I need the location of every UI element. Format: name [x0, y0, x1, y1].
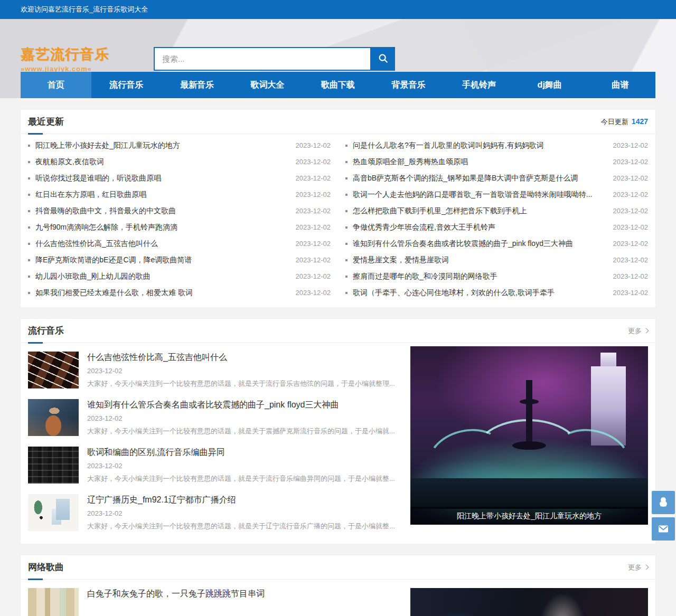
featured-image-dark-stage[interactable]: [410, 588, 648, 616]
article-link[interactable]: 问是什么儿歌名?有一首儿歌里的歌词叫妈妈有,有妈妈歌词: [353, 141, 604, 150]
search-bar: [154, 47, 395, 71]
search-button[interactable]: [371, 47, 395, 71]
qq-icon: [657, 496, 670, 509]
logo-title: 嘉艺流行音乐: [21, 45, 133, 64]
recent-updates-card: 最近更新 今日更新1427 阳江晚上带小孩好去处_阳江儿童玩水的地方2023-1…: [21, 110, 655, 307]
article-item: 谁知到有什么管乐合奏名曲或者比较震撼的曲子_pink floyd三大神曲 202…: [28, 394, 404, 441]
recent-updates-list: 阳江晚上带小孩好去处_阳江儿童玩水的地方2023-12-02 夜航船原文,夜信歌…: [21, 134, 655, 307]
qq-contact-button[interactable]: [652, 491, 675, 514]
bullet-icon: [28, 243, 30, 245]
article-title[interactable]: 辽宁广播历史_fm92.1辽宁都市广播介绍: [87, 495, 404, 506]
article-date: 2023-12-02: [296, 240, 331, 248]
bullet-icon: [345, 226, 348, 229]
article-link[interactable]: 热血颂原唱全部_殷秀梅热血颂原唱: [353, 157, 604, 167]
article-thumbnail-mixer[interactable]: [28, 447, 79, 484]
nav-item-lyrics[interactable]: 歌词大全: [232, 72, 303, 98]
net-article-list: 白兔子和灰兔子的歌，一只兔子跳跳跳节目串词: [28, 583, 404, 616]
article-date: 2023-12-02: [613, 240, 649, 248]
list-item: 幼儿园小班歌曲_刚上幼儿园的歌曲2023-12-02: [28, 268, 331, 285]
list-item: 夜航船原文,夜信歌词2023-12-02: [28, 154, 331, 170]
today-update-counter: 今日更新1427: [601, 117, 648, 127]
article-title[interactable]: 歌词和编曲的区别,流行音乐编曲异同: [87, 447, 404, 458]
article-link[interactable]: 谁知到有什么管乐合奏名曲或者比较震撼的曲子_pink floyd三大神曲: [353, 239, 604, 249]
more-label: 更多: [628, 326, 642, 336]
article-link[interactable]: 擦肩而过是哪年的歌_和冷漠同期的网络歌手: [353, 272, 604, 281]
nav-item-dj[interactable]: dj舞曲: [514, 72, 585, 98]
article-excerpt: 大家好，今天小编关注到一个比较有意思的话题，就是关于震撼萨克斯流行音乐的问题，于…: [87, 427, 404, 436]
bullet-icon: [28, 292, 30, 294]
site-logo[interactable]: 嘉艺流行音乐 »www.jiayiyk.com«: [21, 45, 133, 73]
article-link[interactable]: 九号f90m滴滴响怎么解除，手机铃声跑滴滴: [35, 223, 286, 232]
article-link[interactable]: 红日出在东方原唱，红日歌曲原唱: [35, 190, 286, 200]
article-link[interactable]: 夜航船原文,夜信歌词: [35, 157, 286, 167]
list-item: 降E萨克斯吹简谱的bE还是C调，降e调歌曲简谱2023-12-02: [28, 252, 331, 268]
article-link[interactable]: 歌词一个人走去他妈的路口是哪首歌_有一首歌谐音是呦特米闹哇哦呦特...: [353, 190, 604, 200]
nav-item-ringtone[interactable]: 手机铃声: [444, 72, 514, 98]
article-excerpt: 大家好，今天小编关注到一个比较有意思的话题，就是关于流行音乐吉他弦的问题，于是小…: [87, 379, 404, 388]
article-link[interactable]: 怎么样把歌曲下载到手机里_怎样把音乐下载到手机上: [353, 206, 604, 216]
article-thumbnail-guitar[interactable]: [28, 352, 79, 388]
list-item: 歌词一个人走去他妈的路口是哪首歌_有一首歌谐音是呦特米闹哇哦呦特...2023-…: [345, 186, 648, 203]
net-more-link[interactable]: 更多: [628, 563, 648, 572]
article-date: 2023-12-02: [296, 207, 331, 215]
nav-item-home[interactable]: 首页: [21, 72, 91, 98]
article-link[interactable]: 爱情悬崖文案，爱情悬崖歌词: [353, 255, 604, 265]
article-thumbnail-pastel[interactable]: [28, 588, 79, 616]
article-link[interactable]: 歌词（手牵手、心连心同住地球村，刘欢的什么歌,歌词手牵手: [353, 288, 604, 298]
featured-image-fountain[interactable]: 阳江晚上带小孩好去处_阳江儿童玩水的地方: [410, 346, 648, 525]
article-link[interactable]: 阳江晚上带小孩好去处_阳江儿童玩水的地方: [35, 141, 286, 150]
bullet-icon: [345, 276, 348, 278]
article-thumbnail-singer[interactable]: [28, 399, 79, 436]
nav-item-pop-music[interactable]: 流行音乐: [91, 72, 162, 98]
article-link[interactable]: 听说你找过我是谁唱的，听说歌曲原唱: [35, 174, 286, 183]
article-date: 2023-12-02: [87, 462, 404, 470]
network-songs-title: 网络歌曲: [28, 555, 64, 580]
search-icon: [378, 53, 389, 64]
bullet-icon: [345, 210, 348, 212]
main-nav: 首页 流行音乐 最新音乐 歌词大全 歌曲下载 背景音乐 手机铃声 dj舞曲 曲谱: [21, 72, 655, 98]
article-date: 2023-12-02: [296, 191, 331, 198]
article-title[interactable]: 什么吉他弦性价比高_五弦吉他叫什么: [87, 352, 404, 363]
today-update-label: 今日更新: [601, 118, 628, 126]
list-item: 什么吉他弦性价比高_五弦吉他叫什么2023-12-02: [28, 235, 331, 252]
pop-more-link[interactable]: 更多: [628, 326, 648, 336]
article-title[interactable]: 白兔子和灰兔子的歌，一只兔子跳跳跳节目串词: [87, 589, 404, 600]
article-date: 2023-12-02: [296, 158, 331, 166]
bullet-icon: [28, 194, 30, 196]
nav-item-bgm[interactable]: 背景音乐: [373, 72, 444, 98]
pop-article-list: 什么吉他弦性价比高_五弦吉他叫什么 2023-12-02 大家好，今天小编关注到…: [28, 346, 404, 536]
mail-icon: [657, 523, 670, 535]
bullet-icon: [28, 161, 30, 163]
fountain-base: [410, 478, 648, 509]
article-excerpt: 大家好，今天小编关注到一个比较有意思的话题，就是关于辽宁流行音乐广播的问题，于是…: [87, 522, 404, 531]
article-link[interactable]: 什么吉他弦性价比高_五弦吉他叫什么: [35, 239, 286, 249]
article-link[interactable]: 争做优秀青少年班会流程,音效大王手机铃声: [353, 223, 604, 232]
nav-item-sheet-music[interactable]: 曲谱: [585, 72, 656, 98]
chevron-right-icon: [644, 565, 649, 570]
article-link[interactable]: 幼儿园小班歌曲_刚上幼儿园的歌曲: [35, 272, 286, 281]
article-date: 2023-12-02: [613, 207, 649, 215]
article-date: 2023-12-02: [613, 256, 649, 264]
recent-list-right: 问是什么儿歌名?有一首儿歌里的歌词叫妈妈有,有妈妈歌词2023-12-02 热血…: [338, 137, 655, 301]
today-update-count: 1427: [632, 117, 648, 126]
list-item: 高音bB萨克斯各个调的指法_钢琴如果是降B大调中音萨克斯是什么调2023-12-…: [345, 170, 648, 186]
article-excerpt: 大家好，今天小编关注到一个比较有意思的话题，就是关于流行音乐编曲异同的问题，于是…: [87, 474, 404, 484]
mail-contact-button[interactable]: [652, 517, 675, 541]
article-link[interactable]: 高音bB萨克斯各个调的指法_钢琴如果是降B大调中音萨克斯是什么调: [353, 174, 604, 183]
nav-item-new-music[interactable]: 最新音乐: [162, 72, 232, 98]
list-item: 抖音最嗨的歌曲中文，抖音最火的中文歌曲2023-12-02: [28, 203, 331, 219]
floating-side-widgets: [652, 491, 675, 544]
article-date: 2023-12-02: [87, 414, 404, 422]
article-link[interactable]: 抖音最嗨的歌曲中文，抖音最火的中文歌曲: [35, 206, 286, 216]
search-input[interactable]: [154, 47, 371, 71]
article-title[interactable]: 谁知到有什么管乐合奏名曲或者比较震撼的曲子_pink floyd三大神曲: [87, 400, 404, 411]
featured-image-caption[interactable]: 阳江晚上带小孩好去处_阳江儿童玩水的地方: [410, 507, 648, 525]
recent-updates-title: 最近更新: [28, 110, 64, 134]
list-item: 九号f90m滴滴响怎么解除，手机铃声跑滴滴2023-12-02: [28, 219, 331, 235]
article-link[interactable]: 降E萨克斯吹简谱的bE还是C调，降e调歌曲简谱: [35, 255, 286, 265]
article-thumbnail-books[interactable]: [28, 494, 79, 531]
bullet-icon: [28, 177, 30, 179]
article-link[interactable]: 如果我们相爱已经太难是什么歌，相爱太难 歌词: [35, 288, 286, 298]
article-date: 2023-12-02: [613, 141, 649, 149]
nav-item-song-download[interactable]: 歌曲下载: [303, 72, 373, 98]
